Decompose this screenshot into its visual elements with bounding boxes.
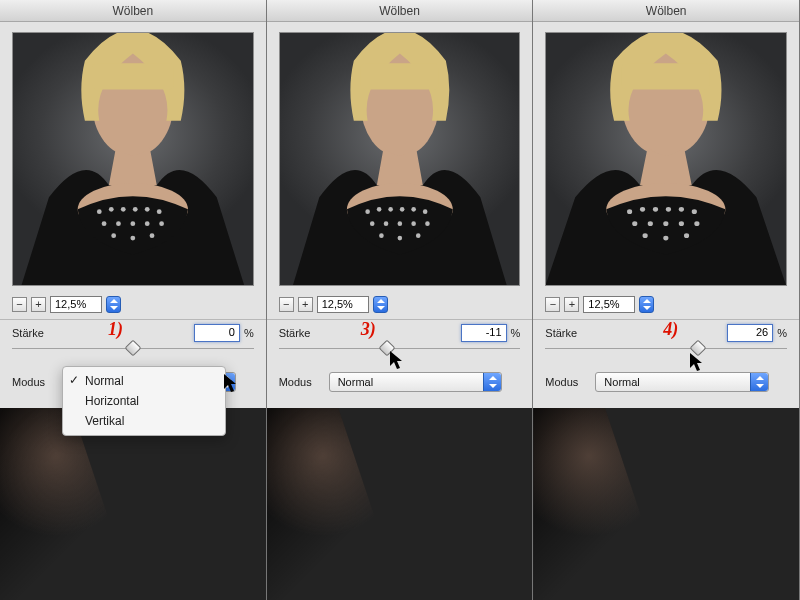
zoom-field[interactable]: 12,5% xyxy=(317,296,369,313)
zoom-bar: − + 12,5% xyxy=(0,292,266,319)
zoom-out-button[interactable]: − xyxy=(545,297,560,312)
staerke-slider[interactable] xyxy=(545,348,787,362)
staerke-label: Stärke xyxy=(545,327,595,339)
zoom-stepper[interactable] xyxy=(106,296,121,313)
zoom-stepper[interactable] xyxy=(373,296,388,313)
svg-point-15 xyxy=(130,236,135,241)
svg-point-14 xyxy=(111,233,116,238)
slider-thumb[interactable] xyxy=(379,340,396,357)
menu-item-normal[interactable]: Normal xyxy=(63,371,225,391)
preview-image xyxy=(279,32,521,286)
svg-rect-35 xyxy=(622,63,710,89)
modus-label: Modus xyxy=(545,376,595,388)
svg-point-10 xyxy=(116,221,121,226)
panel-1: Wölben − + 12,5% 1) xyxy=(0,0,267,600)
panel-3: Wölben − + 12,5% 4) Stärke 26 % xyxy=(533,0,800,600)
percent-unit: % xyxy=(773,327,787,339)
window-title: Wölben xyxy=(533,0,799,22)
combo-arrows-icon xyxy=(750,373,768,391)
modus-combo[interactable]: Normal xyxy=(595,372,769,392)
slider-thumb[interactable] xyxy=(689,340,706,357)
svg-point-6 xyxy=(133,207,138,212)
preview-image xyxy=(12,32,254,286)
zoom-out-button[interactable]: − xyxy=(279,297,294,312)
svg-point-9 xyxy=(102,221,107,226)
window-title: Wölben xyxy=(0,0,266,22)
combo-arrows-icon xyxy=(483,373,501,391)
preview-area xyxy=(0,22,266,292)
staerke-slider[interactable] xyxy=(12,348,254,362)
zoom-field[interactable]: 12,5% xyxy=(50,296,102,313)
staerke-input[interactable]: 0 xyxy=(194,324,240,342)
svg-point-16 xyxy=(150,233,155,238)
zoom-field[interactable]: 12,5% xyxy=(583,296,635,313)
svg-point-8 xyxy=(157,209,162,214)
canvas-backdrop xyxy=(0,408,266,600)
svg-rect-1 xyxy=(92,63,173,89)
svg-point-12 xyxy=(145,221,150,226)
controls-area: 4) Stärke 26 % Modus Normal xyxy=(533,319,799,408)
window-title: Wölben xyxy=(267,0,533,22)
panel-2: Wölben − + 12,5% 3) Stärke -11 % xyxy=(267,0,534,600)
zoom-bar: − + 12,5% xyxy=(267,292,533,319)
canvas-backdrop xyxy=(533,408,799,600)
zoom-in-button[interactable]: + xyxy=(564,297,579,312)
svg-point-3 xyxy=(97,209,102,214)
svg-point-11 xyxy=(130,221,135,226)
controls-area: 1) Stärke 0 % Modus Normal Normal Horizo… xyxy=(0,319,266,408)
percent-unit: % xyxy=(240,327,254,339)
zoom-in-button[interactable]: + xyxy=(298,297,313,312)
modus-combo[interactable]: Normal xyxy=(329,372,503,392)
slider-thumb[interactable] xyxy=(124,340,141,357)
staerke-input[interactable]: -11 xyxy=(461,324,507,342)
menu-item-horizontal[interactable]: Horizontal xyxy=(63,391,225,411)
controls-area: 3) Stärke -11 % Modus Normal xyxy=(267,319,533,408)
modus-label: Modus xyxy=(279,376,329,388)
menu-item-vertikal[interactable]: Vertikal xyxy=(63,411,225,431)
modus-value: Normal xyxy=(338,376,373,388)
zoom-stepper[interactable] xyxy=(639,296,654,313)
svg-point-5 xyxy=(121,207,126,212)
svg-rect-18 xyxy=(360,63,438,89)
canvas-backdrop xyxy=(267,408,533,600)
zoom-in-button[interactable]: + xyxy=(31,297,46,312)
staerke-label: Stärke xyxy=(279,327,329,339)
svg-point-13 xyxy=(159,221,164,226)
svg-point-7 xyxy=(145,207,150,212)
zoom-out-button[interactable]: − xyxy=(12,297,27,312)
modus-value: Normal xyxy=(604,376,639,388)
zoom-bar: − + 12,5% xyxy=(533,292,799,319)
staerke-slider[interactable] xyxy=(279,348,521,362)
modus-menu: Normal Horizontal Vertikal xyxy=(62,366,226,436)
modus-label: Modus xyxy=(12,376,62,388)
svg-point-4 xyxy=(109,207,114,212)
preview-area xyxy=(533,22,799,292)
percent-unit: % xyxy=(507,327,521,339)
staerke-input[interactable]: 26 xyxy=(727,324,773,342)
preview-image xyxy=(545,32,787,286)
staerke-label: Stärke xyxy=(12,327,62,339)
preview-area xyxy=(267,22,533,292)
